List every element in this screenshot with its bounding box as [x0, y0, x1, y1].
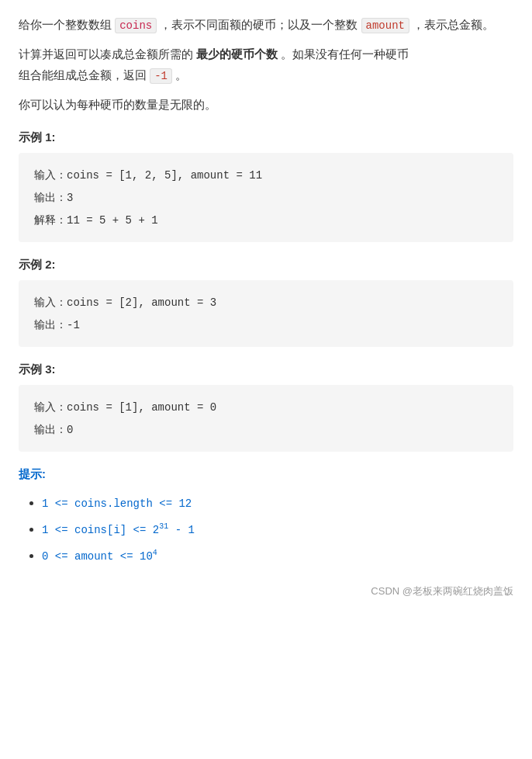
- amount-code-1: amount: [361, 18, 409, 33]
- intro-text-3: ，表示总金额。: [413, 18, 494, 31]
- output-value-3: 0: [67, 424, 73, 436]
- problem-description: 计算并返回可以凑成总金额所需的 最少的硬币个数 。如果没有任何一种硬币 组合能组…: [19, 43, 513, 86]
- output-label-3: 输出：: [34, 423, 67, 435]
- desc-line3b: 。: [175, 68, 187, 81]
- tips-section: 提示: 1 <= coins.length <= 12 1 <= coins[i…: [19, 467, 513, 568]
- example-2-input: 输入：coins = [2], amount = 3: [34, 291, 498, 314]
- input-label-2: 输入：: [34, 296, 67, 308]
- example-3-output: 输出：0: [34, 418, 498, 441]
- example-1-explain: 解释：11 = 5 + 5 + 1: [34, 209, 498, 231]
- explain-value-1: 11 = 5 + 5 + 1: [67, 214, 158, 227]
- example-2-section: 示例 2: 输入：coins = [2], amount = 3 输出：-1: [19, 258, 513, 347]
- example-1-box: 输入：coins = [1, 2, 5], amount = 11 输出：3 解…: [19, 153, 513, 242]
- example-1-title: 示例 1:: [19, 130, 513, 145]
- example-3-input: 输入：coins = [1], amount = 0: [34, 396, 498, 418]
- footer-text: CSDN @老板来两碗红烧肉盖饭: [371, 585, 513, 597]
- tip-item-1: 1 <= coins.length <= 12: [42, 490, 513, 516]
- coins-code-1: coins: [115, 18, 157, 33]
- tip-code-2: 1 <= coins[i] <= 231 - 1: [42, 524, 195, 536]
- tips-list: 1 <= coins.length <= 12 1 <= coins[i] <=…: [19, 490, 513, 568]
- example-1-output: 输出：3: [34, 186, 498, 209]
- example-2-box: 输入：coins = [2], amount = 3 输出：-1: [19, 280, 513, 347]
- output-value-1: 3: [67, 192, 73, 204]
- tips-title: 提示:: [19, 467, 513, 482]
- tip-item-2: 1 <= coins[i] <= 231 - 1: [42, 516, 513, 542]
- intro-text-1: 给你一个整数数组: [19, 18, 112, 31]
- tip-code-1: 1 <= coins.length <= 12: [42, 497, 192, 510]
- input-value-2: coins = [2], amount = 3: [67, 296, 216, 309]
- example-2-title: 示例 2:: [19, 258, 513, 272]
- input-value-1: coins = [1, 2, 5], amount = 11: [67, 169, 262, 182]
- output-label-2: 输出：: [34, 318, 67, 331]
- input-label-1: 输入：: [34, 168, 67, 181]
- intro-text-2: ，表示不同面额的硬币；以及一个整数: [160, 18, 358, 31]
- minus1-code: -1: [150, 68, 172, 84]
- infinite-note: 你可以认为每种硬币的数量是无限的。: [19, 94, 513, 115]
- example-1-input: 输入：coins = [1, 2, 5], amount = 11: [34, 164, 498, 186]
- tip-code-3: 0 <= amount <= 104: [42, 550, 157, 563]
- desc-prefix: 计算并返回可以凑成总金额所需的: [19, 47, 193, 61]
- example-3-box: 输入：coins = [1], amount = 0 输出：0: [19, 385, 513, 452]
- desc-line3: 组合能组成总金额，返回: [19, 68, 147, 81]
- output-value-2: -1: [67, 319, 80, 331]
- example-1-section: 示例 1: 输入：coins = [1, 2, 5], amount = 11 …: [19, 130, 513, 242]
- desc-suffix: 。如果没有任何一种硬币: [281, 47, 409, 61]
- output-label-1: 输出：: [34, 191, 67, 203]
- intro-paragraph: 给你一个整数数组 coins ，表示不同面额的硬币；以及一个整数 amount …: [19, 14, 513, 36]
- example-2-output: 输出：-1: [34, 314, 498, 336]
- example-3-section: 示例 3: 输入：coins = [1], amount = 0 输出：0: [19, 362, 513, 452]
- input-value-3: coins = [1], amount = 0: [67, 401, 216, 414]
- tip-item-3: 0 <= amount <= 104: [42, 542, 513, 569]
- desc-bold: 最少的硬币个数: [196, 47, 278, 61]
- explain-label-1: 解释：: [34, 213, 67, 226]
- example-3-title: 示例 3:: [19, 362, 513, 377]
- footer: CSDN @老板来两碗红烧肉盖饭: [19, 584, 513, 598]
- input-label-3: 输入：: [34, 400, 67, 413]
